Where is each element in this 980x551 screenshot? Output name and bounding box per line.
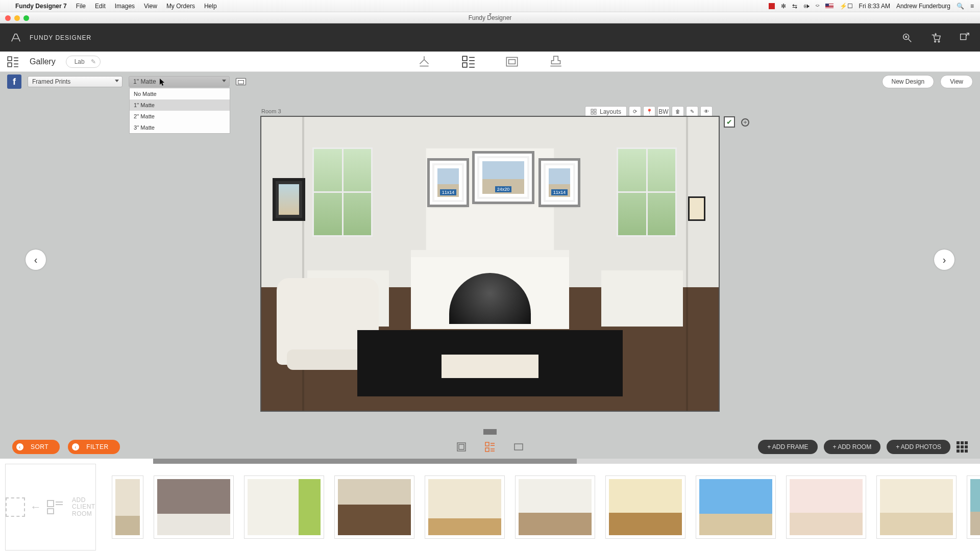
app-header: FUNDY DESIGNER (0, 23, 980, 52)
filter-button[interactable]: ‹ FILTER (68, 440, 119, 454)
toolbar-secondary: Gallery Lab ✎ (0, 52, 980, 72)
add-frame-button[interactable]: + ADD FRAME (758, 440, 817, 454)
svg-rect-19 (47, 500, 54, 507)
menu-hamburger-icon[interactable]: ≡ (970, 3, 974, 10)
import-tool-icon[interactable] (416, 54, 432, 69)
album-tool-icon[interactable] (504, 54, 520, 69)
fireplace-opening (449, 273, 531, 324)
wall-designer-tool-icon[interactable] (460, 54, 476, 69)
title-marker-icon: ▾ (489, 11, 492, 17)
window-close-icon[interactable] (5, 15, 11, 21)
menubar-clock[interactable]: Fri 8:33 AM (859, 3, 890, 10)
section-title: Gallery (30, 57, 56, 66)
svg-rect-3 (961, 34, 966, 39)
lab-chip[interactable]: Lab ✎ (66, 56, 101, 68)
frame-size-badge: 24x20 (495, 186, 512, 192)
matte-option[interactable]: No Matte (130, 88, 230, 99)
controls-row: f Framed Prints 1'' Matte No Matte 1'' M… (0, 72, 980, 91)
edit-icon[interactable]: ✎ (91, 58, 96, 65)
frames-view-icon[interactable] (456, 441, 467, 453)
room-thumbnail[interactable] (154, 476, 233, 538)
menu-app-name[interactable]: Fundy Designer 7 (15, 3, 67, 10)
view-button[interactable]: View (940, 75, 973, 88)
sync-icon[interactable]: ⇆ (792, 3, 797, 10)
svg-point-2 (938, 40, 940, 42)
confirm-check-button[interactable]: ✔ (724, 116, 735, 128)
new-design-button[interactable]: New Design (882, 75, 935, 88)
status-icon[interactable]: ✻ (781, 3, 786, 10)
menu-images[interactable]: Images (115, 3, 135, 10)
svg-rect-17 (485, 448, 489, 452)
matte-dropdown[interactable]: 1'' Matte No Matte 1'' Matte 2'' Matte 3… (129, 76, 230, 87)
svg-rect-20 (47, 509, 54, 514)
recording-indicator-icon[interactable] (769, 3, 775, 9)
add-photos-button[interactable]: + ADD PHOTOS (887, 440, 950, 454)
panel-drag-handle[interactable] (0, 428, 980, 435)
rooms-view-icon[interactable] (484, 441, 496, 453)
next-room-button[interactable]: › (934, 249, 954, 270)
filmstrip: ← ADD CLIENT ROOM (0, 459, 980, 551)
matte-option[interactable]: 2'' Matte (130, 111, 230, 122)
menu-view[interactable]: View (144, 3, 157, 10)
sort-button[interactable]: ‹ SORT (12, 440, 60, 454)
matte-preview-icon[interactable] (236, 78, 246, 85)
room-thumbnail[interactable] (967, 476, 980, 538)
facebook-icon[interactable]: f (7, 74, 21, 89)
svg-rect-15 (459, 444, 464, 449)
app-brand: FUNDY DESIGNER (30, 34, 91, 41)
svg-rect-12 (591, 112, 593, 114)
battery-icon[interactable]: ⚡☐ (840, 3, 853, 10)
cart-icon[interactable] (930, 32, 941, 43)
wall-frame[interactable]: 11x14 (541, 161, 578, 205)
wall-frame[interactable]: 24x20 (475, 154, 532, 202)
inspect-icon[interactable] (901, 32, 913, 43)
export-icon[interactable] (959, 32, 970, 43)
menubar-user[interactable]: Andrew Funderburg (896, 3, 950, 10)
prev-room-button[interactable]: ‹ (26, 249, 46, 270)
wall-frame[interactable]: 11x14 (430, 161, 467, 205)
spotlight-icon[interactable]: 🔍 (957, 3, 964, 10)
stage: ‹ › Room 3 Layouts ⟳ 📍 BW 🗑 ✎ 👁 (0, 91, 980, 428)
room-thumbnail[interactable] (335, 476, 414, 538)
matte-option[interactable]: 1'' Matte (130, 99, 230, 111)
menu-edit[interactable]: Edit (95, 3, 106, 10)
room-thumbnail[interactable] (606, 476, 685, 538)
wifi-icon[interactable]: ⌔ (816, 3, 819, 10)
room-thumbnail[interactable] (112, 476, 143, 538)
room-thumbnail[interactable] (877, 476, 956, 538)
grid-view-icon[interactable] (957, 441, 968, 453)
add-frame-plus-button[interactable]: + (741, 118, 749, 127)
svg-rect-16 (485, 442, 489, 446)
room-thumbnail[interactable] (516, 476, 595, 538)
stamp-tool-icon[interactable] (548, 54, 564, 69)
volume-icon[interactable]: 🕪 (803, 3, 810, 10)
single-view-icon[interactable] (513, 441, 524, 453)
room-thumbnail[interactable] (696, 476, 775, 538)
svg-rect-8 (506, 57, 517, 66)
room-thumbnail[interactable] (244, 476, 324, 538)
window-zoom-icon[interactable] (23, 15, 29, 21)
product-dropdown[interactable]: Framed Prints (28, 76, 122, 87)
menu-help[interactable]: Help (204, 3, 217, 10)
room-thumbnail[interactable] (425, 476, 504, 538)
menu-myorders[interactable]: My Orders (166, 3, 195, 10)
input-flag-icon[interactable] (825, 4, 834, 9)
room-tray (442, 355, 538, 378)
gallery-mode-icon[interactable] (6, 55, 19, 68)
app-logo-icon[interactable] (10, 32, 21, 43)
add-room-button[interactable]: + ADD ROOM (824, 440, 881, 454)
window-minimize-icon[interactable] (14, 15, 20, 21)
window-traffic-lights[interactable] (0, 15, 29, 21)
room-thumbnail[interactable] (787, 476, 866, 538)
matte-option[interactable]: 3'' Matte (130, 122, 230, 133)
add-client-room-button[interactable]: ← ADD CLIENT ROOM (5, 464, 96, 550)
svg-rect-5 (8, 63, 12, 67)
svg-rect-10 (591, 109, 593, 111)
room-window (312, 147, 373, 237)
svg-rect-6 (462, 56, 467, 61)
wall-art (273, 178, 305, 221)
filmstrip-scrollbar-thumb[interactable] (153, 459, 577, 464)
menu-file[interactable]: File (76, 3, 86, 10)
svg-rect-13 (594, 112, 596, 114)
room-canvas[interactable]: 11x14 24x20 11x14 (260, 116, 720, 412)
